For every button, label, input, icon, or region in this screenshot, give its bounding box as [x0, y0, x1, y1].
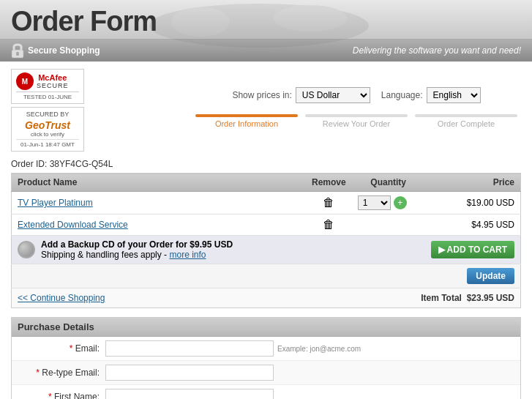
retype-email-input[interactable] [105, 365, 274, 381]
language-control: Language: English French German Spanish [381, 87, 481, 103]
svg-rect-4 [16, 52, 19, 56]
form-row-first-name: * First Name: [12, 385, 520, 399]
table-header-row: Product Name Remove Quantity Price [12, 174, 521, 192]
purchase-details: Purchase Details * Email: Example: jon@a… [11, 317, 521, 399]
mcafee-secure-label: SECURE [37, 82, 69, 89]
main-content: M McAfee SECURE TESTED 01-JUNE SECURED B… [0, 61, 532, 399]
page-header: Order Form [0, 0, 532, 40]
update-button[interactable]: Update [467, 268, 514, 284]
show-prices-label: Show prices in: [232, 90, 291, 100]
step-bar-1 [195, 114, 298, 117]
email-input[interactable] [105, 340, 274, 357]
product-link-eds[interactable]: Extended Download Service [18, 220, 128, 230]
step-label-3: Order Complete [438, 119, 495, 128]
top-row: M McAfee SECURE TESTED 01-JUNE SECURED B… [11, 69, 521, 152]
currency-select[interactable]: US Dollar Euro British Pound [296, 87, 370, 103]
backup-text-block: Add a Backup CD of your Order for $9.95 … [41, 239, 233, 260]
col-remove: Remove [306, 174, 352, 192]
add-to-cart-cell: ▶ ADD TO CART [425, 236, 521, 264]
world-map-decoration [142, 0, 376, 51]
bottom-row: << Continue Shopping Item Total $23.95 U… [11, 288, 521, 308]
first-name-input[interactable] [105, 389, 274, 399]
update-row: Update [12, 264, 521, 288]
trust-badges: M McAfee SECURE TESTED 01-JUNE SECURED B… [11, 69, 84, 152]
step-order-complete: Order Complete [411, 114, 521, 128]
product-name-cell-2: Extended Download Service [12, 215, 306, 236]
col-product-name: Product Name [12, 174, 306, 192]
geotrust-badge[interactable]: SECURED BY GeoTrust click to verify 01-J… [11, 107, 84, 152]
svg-point-1 [171, 7, 230, 37]
geotrust-date: 01-Jun-1 18:47 GMT [16, 139, 79, 148]
remove-cell-2: 🗑 [306, 215, 352, 236]
required-star-first: * [48, 392, 54, 399]
mcafee-tested-label: TESTED 01-JUNE [16, 92, 79, 100]
step-label-2: Review Your Order [323, 119, 390, 128]
cd-icon [18, 241, 35, 258]
trash-icon-1[interactable]: 🗑 [323, 196, 334, 209]
step-bar-3 [415, 114, 517, 117]
price-cell-1: $19.00 USD [425, 192, 521, 215]
mcafee-shield-icon: M [16, 72, 34, 90]
secure-text: Secure Shopping [11, 42, 100, 59]
product-link-tv-player[interactable]: TV Player Platinum [18, 198, 93, 208]
currency-language-row: Show prices in: US Dollar Euro British P… [232, 87, 480, 103]
price-language-controls: Show prices in: US Dollar Euro British P… [192, 80, 521, 128]
email-hint: Example: jon@acme.com [277, 345, 361, 353]
backup-main-text: Add a Backup CD of your Order for $9.95 … [41, 239, 233, 250]
qty-control-1: 1 2 3 + [358, 195, 419, 210]
product-name-cell: TV Player Platinum [12, 192, 306, 215]
step-label-1: Order Information [215, 119, 278, 128]
qty-cell-2 [352, 215, 425, 236]
mcafee-name: McAfee [37, 73, 69, 82]
update-cell [352, 264, 425, 288]
qty-cell-1: 1 2 3 + [352, 192, 425, 215]
currency-control: Show prices in: US Dollar Euro British P… [232, 87, 370, 103]
col-quantity: Quantity [352, 174, 425, 192]
trash-icon-2[interactable]: 🗑 [323, 218, 334, 231]
backup-cd-row: Add a Backup CD of your Order for $9.95 … [12, 236, 521, 264]
qty-add-button-1[interactable]: + [394, 196, 407, 209]
step-review-order: Review Your Order [301, 114, 411, 128]
required-star-email: * [70, 343, 75, 354]
order-table: Product Name Remove Quantity Price TV Pl… [11, 173, 521, 288]
remove-cell-1: 🗑 [306, 192, 352, 215]
backup-content: Add a Backup CD of your Order for $9.95 … [18, 239, 419, 260]
purchase-details-header: Purchase Details [12, 318, 520, 337]
form-row-email: * Email: Example: jon@acme.com [12, 337, 520, 361]
qty-select-1[interactable]: 1 2 3 [358, 195, 391, 210]
steps-container: Order Information Review Your Order Orde… [192, 114, 521, 128]
first-name-label: * First Name: [18, 392, 105, 399]
geotrust-logo: GeoTrust [16, 119, 79, 131]
padlock-icon [11, 42, 24, 59]
continue-shopping-link[interactable]: << Continue Shopping [18, 293, 105, 303]
mcafee-badge[interactable]: M McAfee SECURE TESTED 01-JUNE [11, 69, 84, 104]
step-order-information: Order Information [192, 114, 301, 128]
secured-by-label: SECURED BY [16, 111, 79, 118]
backup-sub-text: Shipping & handling fees apply - more in… [41, 250, 233, 260]
geotrust-subtext: click to verify [16, 131, 79, 138]
retype-email-label: * Re-type Email: [18, 368, 105, 378]
add-to-cart-button[interactable]: ▶ ADD TO CART [431, 241, 514, 258]
svg-point-2 [274, 5, 347, 31]
email-label: * Email: [18, 343, 105, 354]
backup-cd-cell: Add a Backup CD of your Order for $9.95 … [12, 236, 425, 264]
form-row-retype-email: * Re-type Email: [12, 361, 520, 385]
page-title: Order Form [11, 7, 157, 35]
language-label: Language: [381, 90, 423, 100]
delivering-text: Delivering the software you want and nee… [353, 45, 521, 56]
order-id: Order ID: 38YF4CG-Q54L [11, 159, 521, 169]
table-row: Extended Download Service 🗑 $4.95 USD [12, 215, 521, 236]
col-price: Price [425, 174, 521, 192]
more-info-link[interactable]: more info [169, 250, 206, 260]
price-cell-2: $4.95 USD [425, 215, 521, 236]
update-btn-cell: Update [425, 264, 521, 288]
language-select[interactable]: English French German Spanish [427, 87, 481, 103]
step-bar-2 [305, 114, 408, 117]
item-total: Item Total $23.95 USD [421, 293, 514, 303]
update-empty-cell [12, 264, 352, 288]
table-row: TV Player Platinum 🗑 1 2 3 + $19.0 [12, 192, 521, 215]
